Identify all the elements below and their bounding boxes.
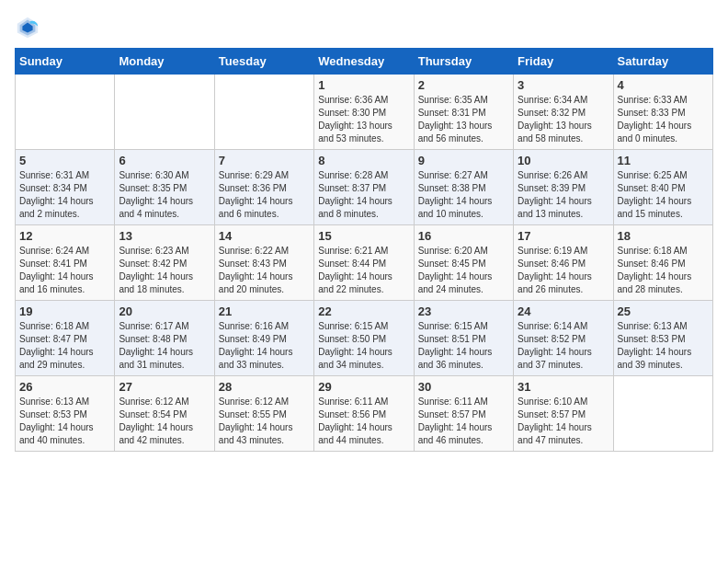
day-header-sunday: Sunday [16, 49, 115, 75]
day-number: 30 [418, 380, 509, 394]
day-info: Sunrise: 6:13 AM Sunset: 8:53 PM Dayligh… [618, 320, 709, 372]
calendar-cell: 30Sunrise: 6:11 AM Sunset: 8:57 PM Dayli… [414, 376, 513, 452]
day-number: 16 [418, 229, 509, 243]
day-header-saturday: Saturday [613, 49, 712, 75]
day-info: Sunrise: 6:27 AM Sunset: 8:38 PM Dayligh… [418, 169, 509, 221]
calendar-cell [214, 75, 313, 150]
day-info: Sunrise: 6:12 AM Sunset: 8:54 PM Dayligh… [119, 396, 210, 447]
day-number: 17 [518, 229, 609, 243]
calendar-cell: 1Sunrise: 6:36 AM Sunset: 8:30 PM Daylig… [314, 75, 414, 150]
day-info: Sunrise: 6:28 AM Sunset: 8:37 PM Dayligh… [318, 169, 409, 221]
calendar-cell: 24Sunrise: 6:14 AM Sunset: 8:52 PM Dayli… [514, 301, 613, 376]
day-number: 11 [618, 154, 709, 167]
day-number: 5 [19, 154, 110, 167]
calendar-week-3: 12Sunrise: 6:24 AM Sunset: 8:41 PM Dayli… [16, 225, 713, 301]
day-info: Sunrise: 6:15 AM Sunset: 8:51 PM Dayligh… [418, 320, 509, 372]
day-number: 15 [318, 229, 409, 243]
calendar-week-1: 1Sunrise: 6:36 AM Sunset: 8:30 PM Daylig… [16, 75, 713, 150]
day-info: Sunrise: 6:10 AM Sunset: 8:57 PM Dayligh… [518, 396, 609, 447]
day-info: Sunrise: 6:26 AM Sunset: 8:39 PM Dayligh… [518, 169, 609, 221]
day-info: Sunrise: 6:16 AM Sunset: 8:49 PM Dayligh… [219, 320, 310, 372]
day-info: Sunrise: 6:25 AM Sunset: 8:40 PM Dayligh… [618, 169, 709, 221]
calendar-cell: 15Sunrise: 6:21 AM Sunset: 8:44 PM Dayli… [314, 225, 414, 301]
day-info: Sunrise: 6:13 AM Sunset: 8:53 PM Dayligh… [19, 396, 110, 447]
day-number: 21 [219, 304, 310, 318]
day-info: Sunrise: 6:33 AM Sunset: 8:33 PM Dayligh… [618, 94, 709, 145]
day-number: 18 [618, 229, 709, 243]
calendar-cell: 7Sunrise: 6:29 AM Sunset: 8:36 PM Daylig… [214, 150, 313, 225]
calendar-table: SundayMondayTuesdayWednesdayThursdayFrid… [15, 48, 713, 452]
day-number: 10 [518, 154, 609, 167]
day-info: Sunrise: 6:14 AM Sunset: 8:52 PM Dayligh… [518, 320, 609, 372]
day-number: 24 [518, 304, 609, 318]
calendar-cell: 3Sunrise: 6:34 AM Sunset: 8:32 PM Daylig… [514, 75, 613, 150]
calendar-cell: 17Sunrise: 6:19 AM Sunset: 8:46 PM Dayli… [514, 225, 613, 301]
day-number: 29 [318, 380, 409, 394]
calendar-cell: 20Sunrise: 6:17 AM Sunset: 8:48 PM Dayli… [115, 301, 214, 376]
day-info: Sunrise: 6:11 AM Sunset: 8:56 PM Dayligh… [318, 396, 409, 447]
calendar-cell: 27Sunrise: 6:12 AM Sunset: 8:54 PM Dayli… [115, 376, 214, 452]
day-number: 12 [19, 229, 110, 243]
logo [15, 15, 44, 40]
day-info: Sunrise: 6:17 AM Sunset: 8:48 PM Dayligh… [119, 320, 210, 372]
calendar-cell: 6Sunrise: 6:30 AM Sunset: 8:35 PM Daylig… [115, 150, 214, 225]
calendar-cell: 23Sunrise: 6:15 AM Sunset: 8:51 PM Dayli… [414, 301, 513, 376]
logo-icon [15, 15, 40, 40]
day-number: 27 [119, 380, 210, 394]
page-header [15, 15, 713, 40]
calendar-cell: 12Sunrise: 6:24 AM Sunset: 8:41 PM Dayli… [16, 225, 115, 301]
calendar-cell: 10Sunrise: 6:26 AM Sunset: 8:39 PM Dayli… [514, 150, 613, 225]
calendar-cell: 11Sunrise: 6:25 AM Sunset: 8:40 PM Dayli… [613, 150, 712, 225]
calendar-cell: 26Sunrise: 6:13 AM Sunset: 8:53 PM Dayli… [16, 376, 115, 452]
calendar-cell: 5Sunrise: 6:31 AM Sunset: 8:34 PM Daylig… [16, 150, 115, 225]
day-header-thursday: Thursday [414, 49, 513, 75]
day-number: 3 [518, 78, 609, 92]
calendar-week-5: 26Sunrise: 6:13 AM Sunset: 8:53 PM Dayli… [16, 376, 713, 452]
calendar-week-4: 19Sunrise: 6:18 AM Sunset: 8:47 PM Dayli… [16, 301, 713, 376]
day-info: Sunrise: 6:15 AM Sunset: 8:50 PM Dayligh… [318, 320, 409, 372]
calendar-cell [613, 376, 712, 452]
calendar-cell [115, 75, 214, 150]
day-info: Sunrise: 6:21 AM Sunset: 8:44 PM Dayligh… [318, 245, 409, 296]
calendar-cell: 13Sunrise: 6:23 AM Sunset: 8:42 PM Dayli… [115, 225, 214, 301]
day-number: 14 [219, 229, 310, 243]
day-info: Sunrise: 6:20 AM Sunset: 8:45 PM Dayligh… [418, 245, 509, 296]
calendar-cell: 22Sunrise: 6:15 AM Sunset: 8:50 PM Dayli… [314, 301, 414, 376]
day-info: Sunrise: 6:18 AM Sunset: 8:46 PM Dayligh… [618, 245, 709, 296]
day-info: Sunrise: 6:36 AM Sunset: 8:30 PM Dayligh… [318, 94, 409, 145]
days-header-row: SundayMondayTuesdayWednesdayThursdayFrid… [16, 49, 713, 75]
calendar-cell: 18Sunrise: 6:18 AM Sunset: 8:46 PM Dayli… [613, 225, 712, 301]
day-number: 19 [19, 304, 110, 318]
day-info: Sunrise: 6:34 AM Sunset: 8:32 PM Dayligh… [518, 94, 609, 145]
day-number: 28 [219, 380, 310, 394]
day-info: Sunrise: 6:12 AM Sunset: 8:55 PM Dayligh… [219, 396, 310, 447]
day-info: Sunrise: 6:35 AM Sunset: 8:31 PM Dayligh… [418, 94, 509, 145]
day-header-tuesday: Tuesday [214, 49, 313, 75]
calendar-cell: 9Sunrise: 6:27 AM Sunset: 8:38 PM Daylig… [414, 150, 513, 225]
day-number: 25 [618, 304, 709, 318]
calendar-cell: 28Sunrise: 6:12 AM Sunset: 8:55 PM Dayli… [214, 376, 313, 452]
day-header-friday: Friday [514, 49, 613, 75]
day-number: 8 [318, 154, 409, 167]
day-number: 2 [418, 78, 509, 92]
calendar-cell [16, 75, 115, 150]
day-number: 31 [518, 380, 609, 394]
calendar-cell: 31Sunrise: 6:10 AM Sunset: 8:57 PM Dayli… [514, 376, 613, 452]
day-number: 23 [418, 304, 509, 318]
day-number: 7 [219, 154, 310, 167]
day-info: Sunrise: 6:23 AM Sunset: 8:42 PM Dayligh… [119, 245, 210, 296]
calendar-week-2: 5Sunrise: 6:31 AM Sunset: 8:34 PM Daylig… [16, 150, 713, 225]
day-number: 1 [318, 78, 409, 92]
day-info: Sunrise: 6:19 AM Sunset: 8:46 PM Dayligh… [518, 245, 609, 296]
calendar-cell: 16Sunrise: 6:20 AM Sunset: 8:45 PM Dayli… [414, 225, 513, 301]
day-info: Sunrise: 6:31 AM Sunset: 8:34 PM Dayligh… [19, 169, 110, 221]
day-info: Sunrise: 6:18 AM Sunset: 8:47 PM Dayligh… [19, 320, 110, 372]
day-number: 26 [19, 380, 110, 394]
day-number: 20 [119, 304, 210, 318]
calendar-cell: 4Sunrise: 6:33 AM Sunset: 8:33 PM Daylig… [613, 75, 712, 150]
calendar-cell: 25Sunrise: 6:13 AM Sunset: 8:53 PM Dayli… [613, 301, 712, 376]
calendar-cell: 29Sunrise: 6:11 AM Sunset: 8:56 PM Dayli… [314, 376, 414, 452]
day-header-wednesday: Wednesday [314, 49, 414, 75]
calendar-cell: 21Sunrise: 6:16 AM Sunset: 8:49 PM Dayli… [214, 301, 313, 376]
calendar-cell: 8Sunrise: 6:28 AM Sunset: 8:37 PM Daylig… [314, 150, 414, 225]
